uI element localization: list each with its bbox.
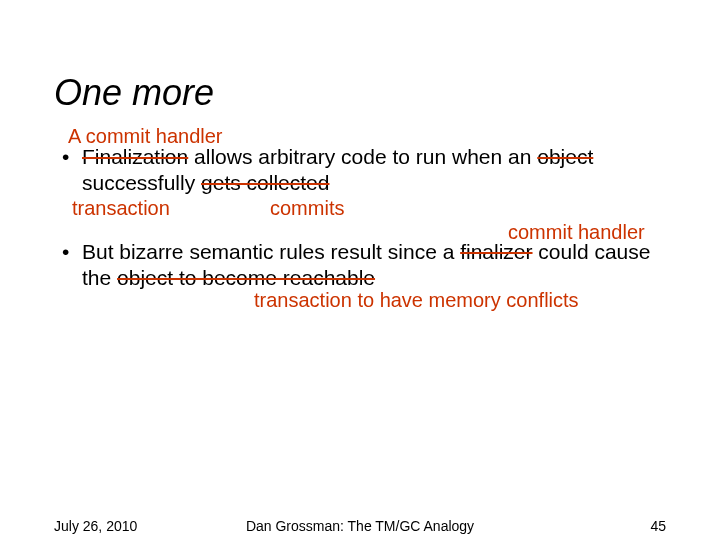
bullet-dot-icon: •	[62, 144, 69, 170]
bullet-2: • But bizarre semantic rules result sinc…	[54, 239, 674, 292]
b2-strike-reachable: object to become reachable	[117, 266, 375, 289]
b2-text-lead: But bizarre semantic rules result since …	[82, 240, 460, 263]
slide: One more A commit handler • Finalization…	[0, 0, 720, 540]
annot-transaction-conflicts: transaction to have memory conflicts	[254, 288, 579, 313]
slide-title: One more	[54, 72, 214, 114]
annot-transaction: transaction	[72, 196, 170, 221]
b1-text-1: allows arbitrary code to run when an	[188, 145, 537, 168]
b1-strike-finalization: Finalization	[82, 145, 188, 168]
annot-commits: commits	[270, 196, 344, 221]
bullet-1: • Finalization allows arbitrary code to …	[54, 144, 674, 197]
b1-strike-object: object	[537, 145, 593, 168]
b1-strike-gets-collected: gets collected	[201, 171, 329, 194]
footer-page: 45	[650, 518, 666, 534]
bullet-dot-icon: •	[62, 239, 69, 265]
b1-text-2: successfully	[82, 171, 201, 194]
body-area: A commit handler • Finalization allows a…	[54, 130, 674, 309]
footer-center: Dan Grossman: The TM/GC Analogy	[54, 518, 666, 534]
b2-strike-finalizer: finalizer	[460, 240, 532, 263]
